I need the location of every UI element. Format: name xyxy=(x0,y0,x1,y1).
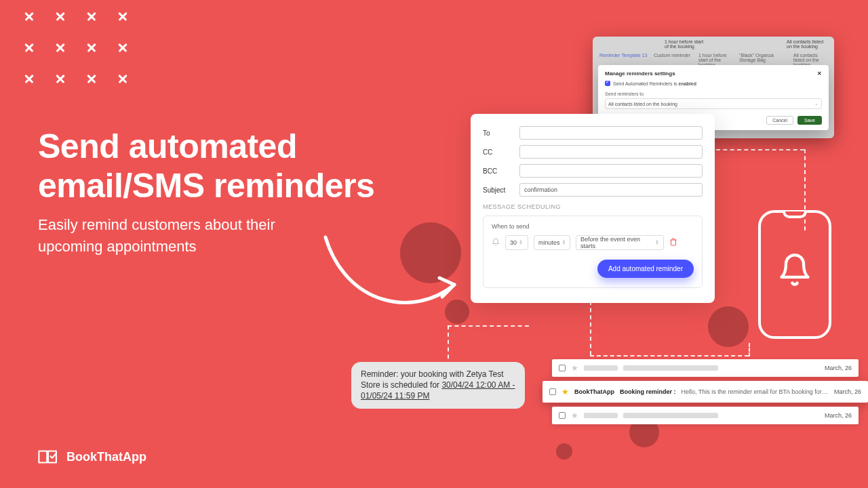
star-icon[interactable]: ★ xyxy=(571,363,578,373)
checkbox-icon[interactable] xyxy=(559,412,566,419)
email-list: ★ March, 26 ★ BookThatApp Booking remind… xyxy=(552,359,859,428)
send-to-select[interactable]: All contacts listed on the booking⌄ xyxy=(605,98,822,109)
email-row-highlighted[interactable]: ★ BookThatApp Booking reminder : Hello, … xyxy=(542,381,868,403)
scheduling-section-title: MESSAGE SCHEDULING xyxy=(483,203,703,210)
subject-label: Subject xyxy=(483,186,519,194)
email-date: March, 26 xyxy=(825,365,852,371)
page-title: Send automated email/SMS reminders xyxy=(38,127,418,205)
checkbox-icon[interactable] xyxy=(605,81,610,86)
checkbox-icon[interactable] xyxy=(549,388,556,395)
settings-modal-title: Manage reminders settings xyxy=(605,70,675,77)
email-sender: BookThatApp xyxy=(574,388,614,395)
email-preview: Hello, This is the reminder email for BT… xyxy=(682,388,829,395)
to-label: To xyxy=(483,129,519,137)
subject-input[interactable] xyxy=(519,183,703,197)
send-to-label: Send reminders to xyxy=(605,92,822,96)
amount-input[interactable]: 30▲▼ xyxy=(505,235,528,250)
add-reminder-button[interactable]: Add automated reminder xyxy=(597,260,694,278)
bcc-label: BCC xyxy=(483,167,519,175)
page-subtitle: Easily remind customers about their upco… xyxy=(38,214,323,258)
bcc-input[interactable] xyxy=(519,164,703,178)
to-input[interactable] xyxy=(519,126,703,140)
email-row-placeholder[interactable]: ★ March, 26 xyxy=(552,359,859,377)
cc-input[interactable] xyxy=(519,145,703,159)
cc-label: CC xyxy=(483,148,519,156)
close-icon[interactable]: ✕ xyxy=(817,70,822,77)
star-icon[interactable]: ★ xyxy=(561,387,569,396)
cancel-button[interactable]: Cancel xyxy=(766,116,793,125)
phone-decoration xyxy=(758,210,831,339)
sms-bubble: Reminder: your booking with Zetya Test S… xyxy=(351,362,525,409)
save-button[interactable]: Save xyxy=(797,116,822,125)
trash-icon[interactable] xyxy=(669,238,677,248)
brand-logo: BookThatApp xyxy=(37,447,146,466)
email-date: March, 26 xyxy=(825,412,852,419)
unit-select[interactable]: minutes▲▼ xyxy=(534,235,570,250)
bell-icon xyxy=(492,238,500,248)
relation-select[interactable]: Before the event even starts▲▼ xyxy=(576,235,664,250)
email-row-placeholder[interactable]: ★ March, 26 xyxy=(552,407,859,424)
checkbox-icon[interactable] xyxy=(559,365,566,371)
star-icon[interactable]: ★ xyxy=(571,411,578,420)
enable-reminders-checkbox[interactable]: Send Automated Reminders is enabled xyxy=(605,81,822,86)
reminder-form-card: To CC BCC Subject MESSAGE SCHEDULING Whe… xyxy=(471,114,715,303)
email-date: March, 26 xyxy=(834,388,861,395)
when-to-send-label: When to send xyxy=(492,223,694,230)
email-subject: Booking reminder : xyxy=(620,388,676,395)
bell-icon xyxy=(777,252,812,287)
arrow-icon xyxy=(319,230,468,325)
decorative-x-pattern xyxy=(22,9,132,88)
